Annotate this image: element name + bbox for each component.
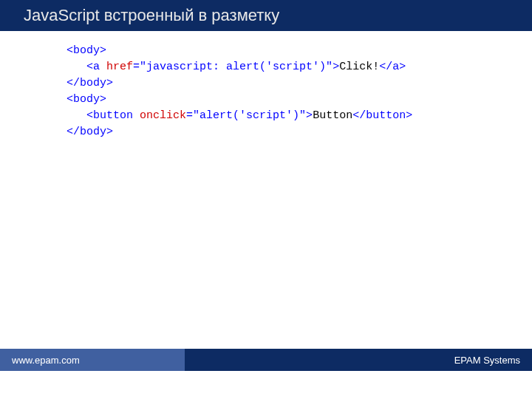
code-token: </body>: [66, 77, 113, 89]
code-block: <body> <a href="javascript: alert('scrip…: [66, 43, 412, 140]
code-token: href: [106, 61, 133, 73]
footer-left: www.epam.com: [0, 349, 185, 371]
code-token: </a>: [379, 61, 406, 73]
code-token: >: [332, 61, 339, 73]
footer: www.epam.com EPAM Systems: [0, 349, 532, 371]
code-token: </body>: [66, 126, 113, 138]
code-token: <a: [86, 61, 100, 73]
code-token: "alert('script')": [193, 109, 306, 122]
code-token: =: [133, 61, 140, 73]
code-token: <body>: [66, 93, 106, 106]
code-token: Button: [313, 109, 352, 122]
slide-title: JavaScript встроенный в разметку: [24, 6, 279, 25]
code-token: [100, 61, 106, 73]
code-token: <body>: [66, 44, 106, 57]
code-token: Click!: [339, 61, 379, 73]
code-token: =: [186, 109, 193, 122]
title-bar: JavaScript встроенный в разметку: [0, 0, 532, 31]
slide: JavaScript встроенный в разметку <body> …: [0, 0, 532, 399]
code-token: onclick: [140, 109, 186, 122]
footer-right: EPAM Systems: [185, 349, 532, 371]
code-token: >: [306, 109, 313, 122]
code-token: </button>: [352, 109, 412, 122]
code-token: <button: [86, 109, 133, 122]
code-token: [133, 109, 140, 122]
footer-company: EPAM Systems: [454, 355, 520, 366]
code-token: "javascript: alert('script')": [140, 61, 332, 73]
footer-url: www.epam.com: [12, 355, 80, 366]
